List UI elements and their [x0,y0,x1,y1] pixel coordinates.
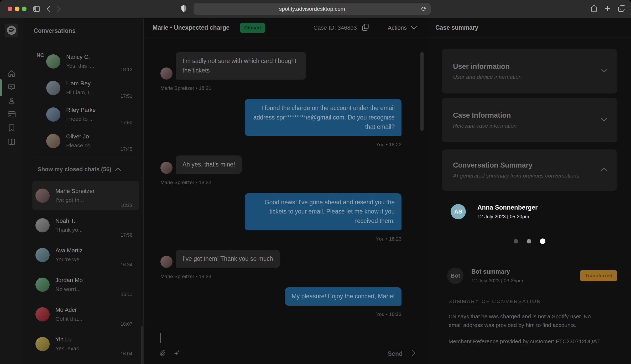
sidebar-item-home[interactable] [0,70,23,78]
conversation-preview: Yes, this i... [66,63,121,69]
sidebar-item-conversations[interactable] [0,84,23,92]
avatar [35,218,50,232]
address-bar-area: spotify.advisordesktop.com ⟳ [194,3,431,15]
card-subtitle: AI generated summary from previous conve… [453,173,600,179]
address-bar[interactable]: spotify.advisordesktop.com ⟳ [194,3,431,15]
tabs-overview-icon[interactable] [618,5,625,13]
closed-chats-toggle[interactable]: Show my closed chats (56) [38,166,143,173]
conversation-preview: Thank yo... [55,227,121,233]
message-meta: Marie Spreitzer • 18:21 [160,85,401,91]
conversation-name: Marie Spreitzer [55,188,121,195]
minimize-window-button[interactable] [15,7,19,11]
new-tab-icon[interactable] [604,5,611,13]
message-composer[interactable]: Send [144,327,428,364]
message-bubble: I’m sadly not sure with which card I bou… [176,52,306,80]
conversations-panel: Conversations NC Nancy C. Yes, this i...… [23,18,144,364]
divider [32,157,139,157]
actions-dropdown[interactable]: Actions [388,24,417,31]
conversation-row-mo[interactable]: Mo Ader Got it tha... 16:07 [23,299,143,329]
conversation-row-oliver[interactable]: Oliver Jo Please co... 17:45 [23,128,143,154]
chevron-up-icon[interactable] [600,168,608,173]
close-window-button[interactable] [8,7,12,11]
case-id-label: Case ID: 346893 [314,24,357,31]
conversation-row-nancy[interactable]: NC Nancy C. Yes, this i... 18:12 [23,48,143,75]
closed-conversations-list: Marie Spreitzer I’ve got th... 18:23 Noa… [23,181,143,359]
case-summary-header: Case summary [428,18,631,38]
chevron-down-icon[interactable] [600,69,608,74]
active-nav-indicator [0,79,2,96]
avatar [160,67,173,80]
case-information-card[interactable]: Case Information Relevant case informati… [442,98,617,142]
bot-summary-header: Bot Bot summary 12 July 2023 | 03:25pm T… [447,268,617,284]
chat-scrollbar[interactable] [420,52,424,131]
conversation-row-ava[interactable]: Ava Martiz You’re we... 16:34 [23,240,143,270]
back-button[interactable] [47,6,50,12]
send-button[interactable]: Send [388,350,416,358]
text-cursor [160,333,161,343]
message-outgoing: Good news! I've gone ahead and resend yo… [160,193,401,242]
sidebar-item-saved[interactable] [0,124,23,133]
conversations-scrollbar[interactable] [141,326,143,364]
message-incoming: I’ve got them! Thank you so much Marie S… [160,250,401,280]
sidebar-item-payments[interactable] [0,111,23,119]
paperclip-icon[interactable] [159,349,166,358]
chat-area: Marie • Unexpected charge Closed Case ID… [144,18,428,364]
conversation-row-noah[interactable]: Noah T. Thank yo... 17:56 [23,210,143,240]
conversation-summary-card[interactable]: Conversation Summary AI generated summar… [442,149,617,191]
card-title: User information [453,63,600,71]
conversation-preview: I’ve got th... [55,197,121,203]
zoom-window-button[interactable] [22,7,27,11]
conversation-time: 17:45 [121,147,132,152]
ai-sparkle-icon[interactable] [173,349,181,358]
carousel-dot[interactable] [514,239,518,243]
conversation-preview: Got it tha... [55,316,121,322]
message-bubble: My pleasure! Enjoy the concert, Marie! [285,287,401,306]
conversation-preview: Please co... [66,142,121,149]
chevron-up-icon [115,166,121,173]
chevron-down-icon[interactable] [600,117,608,123]
traffic-lights [8,7,27,11]
conversation-time: 16:04 [121,351,132,357]
carousel-dot[interactable] [527,239,531,243]
open-conversations-list: NC Nancy C. Yes, this i... 18:12 Liam Re… [23,48,143,154]
conversation-preview: I need to ... [66,116,121,122]
sidebar-item-customers[interactable] [0,97,23,105]
conversation-row-riley[interactable]: Riley Parke I need to ... 17:50 [23,101,143,128]
sidebar-item-knowledge-base[interactable] [0,138,23,146]
conversation-row-liam[interactable]: Liam Rey Hi Liam, I... 17:51 [23,75,143,101]
forward-button[interactable] [57,6,61,12]
chevron-down-icon [411,24,417,31]
bot-summary-title: Bot summary [471,268,523,275]
case-summary-panel: Case summary User information User and d… [428,18,631,364]
avatar [46,54,60,69]
conversation-row-yin[interactable]: Yin Lu Yes, exac... 16:04 [23,329,143,359]
status-badge: Closed [240,23,265,33]
bookmark-icon [8,124,15,133]
privacy-shield-icon[interactable] [181,5,187,14]
avatar [160,162,173,174]
share-icon[interactable] [591,5,597,13]
avatar [35,307,50,321]
conversation-time: 16:11 [121,292,132,297]
spotify-logo[interactable] [5,24,18,37]
chat-header: Marie • Unexpected charge Closed Case ID… [144,18,428,38]
copy-icon[interactable] [362,24,369,32]
user-information-card[interactable]: User information User and device informa… [442,49,617,93]
avatar [46,107,60,122]
conversation-time: 16:07 [121,321,132,327]
conversation-row-jordan[interactable]: Jordan Mo No worri... 16:11 [23,270,143,299]
conversation-preview: No worri... [55,286,121,292]
conversation-row-marie-selected[interactable]: Marie Spreitzer I’ve got th... 18:23 [32,181,139,210]
sidebar-toggle-icon[interactable] [33,6,40,12]
conversation-time: 18:12 [121,67,132,72]
message-bubble: I’ve got them! Thank you so much [176,250,280,268]
home-icon [8,70,15,79]
summary-carousel [442,238,617,244]
carousel-dot-active[interactable] [540,238,545,244]
browser-window: spotify.advisordesktop.com ⟳ [0,0,631,364]
message-incoming: I’m sadly not sure with which card I bou… [160,52,401,91]
chat-bubble-icon [8,83,16,92]
reload-icon[interactable]: ⟳ [421,5,426,13]
closed-chats-toggle-label: Show my closed chats (56) [38,166,111,173]
card-title: Case Information [453,111,600,119]
